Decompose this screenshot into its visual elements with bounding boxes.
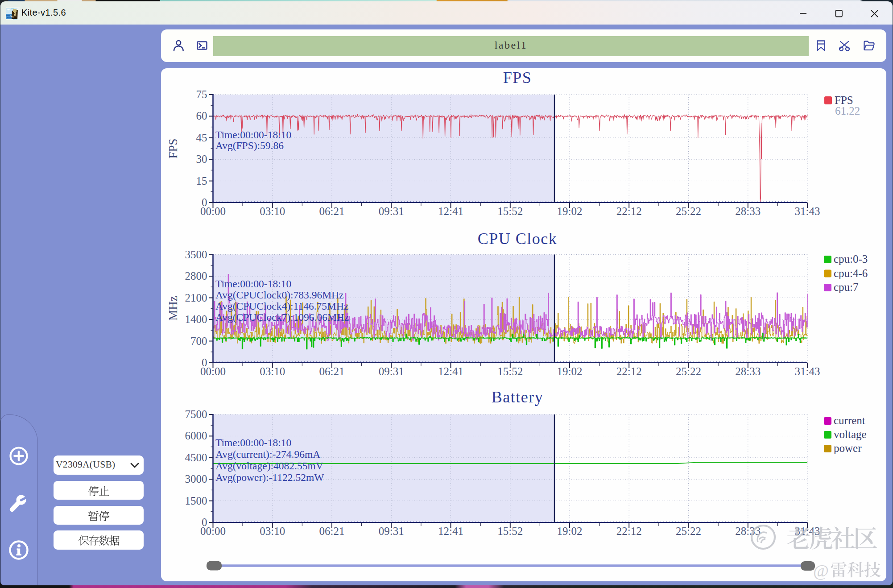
svg-text:@: @	[813, 561, 829, 580]
